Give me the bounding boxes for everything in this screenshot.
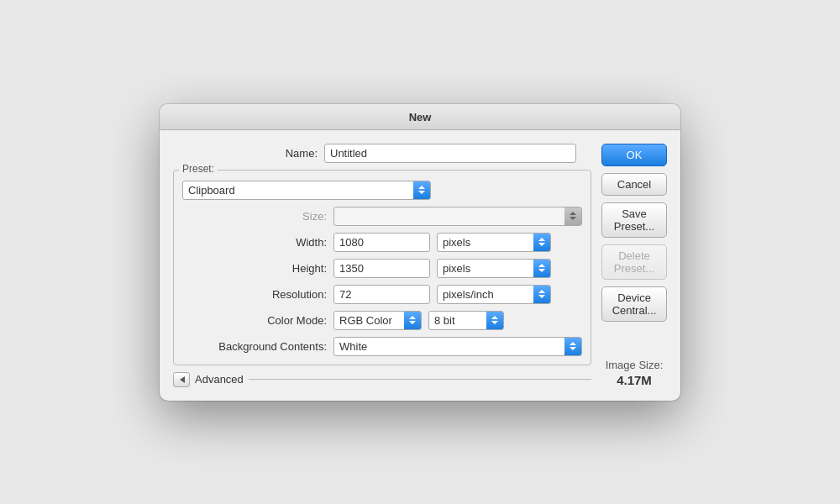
delete-preset-button: Delete Preset... [601, 244, 667, 280]
title-text: New [409, 111, 432, 123]
width-unit-wrapper: pixels inches cm [437, 233, 551, 252]
height-row: Height: pixels inches cm [182, 259, 582, 278]
height-input[interactable] [333, 259, 430, 278]
bgcontents-label: Background Contents: [182, 340, 333, 353]
preset-legend: Preset: [179, 163, 218, 175]
device-central-button[interactable]: Device Central... [601, 286, 667, 322]
resolution-unit-select[interactable]: pixels/inch pixels/cm [437, 285, 551, 304]
preset-group: Preset: Clipboard Default Photoshop Size… [173, 170, 591, 365]
resolution-unit-wrapper: pixels/inch pixels/cm [437, 285, 551, 304]
colormode-label: Color Mode: [182, 314, 333, 327]
width-input[interactable] [333, 233, 430, 252]
name-row: Name: [173, 144, 591, 163]
resolution-input[interactable] [333, 285, 430, 304]
advanced-label: Advanced [195, 373, 244, 386]
size-label: Size: [182, 210, 333, 223]
advanced-row: Advanced [173, 372, 591, 387]
cancel-button[interactable]: Cancel [601, 173, 667, 196]
bit-select-wrapper: 8 bit 16 bit 32 bit [428, 311, 504, 330]
image-size-section: Image Size: 4.17M [601, 352, 667, 387]
colormode-row: Color Mode: RGB Color CMYK Color Graysca… [182, 311, 582, 330]
colormode-select[interactable]: RGB Color CMYK Color Grayscale [333, 311, 422, 330]
width-row: Width: pixels inches cm [182, 233, 582, 252]
colormode-select-wrapper: RGB Color CMYK Color Grayscale [333, 311, 422, 330]
bit-select[interactable]: 8 bit 16 bit 32 bit [428, 311, 504, 330]
resolution-row: Resolution: pixels/inch pixels/cm [182, 285, 582, 304]
bgcontents-select[interactable]: White Background Color Transparent [333, 337, 582, 356]
advanced-toggle-icon [180, 376, 185, 383]
advanced-toggle-button[interactable] [173, 372, 190, 387]
name-label: Name: [173, 147, 324, 160]
height-label: Height: [182, 262, 333, 275]
size-select[interactable] [333, 207, 582, 226]
image-size-value: 4.17M [601, 373, 667, 387]
bgcontents-row: Background Contents: White Background Co… [182, 337, 582, 356]
image-size-label: Image Size: [601, 359, 667, 371]
width-label: Width: [182, 236, 333, 249]
advanced-divider [249, 379, 591, 380]
size-row: Size: [182, 207, 582, 226]
width-unit-select[interactable]: pixels inches cm [437, 233, 551, 252]
bgcontents-select-wrapper: White Background Color Transparent [333, 337, 582, 356]
dialog-right-panel: OK Cancel Save Preset... Delete Preset..… [601, 144, 667, 387]
ok-button[interactable]: OK [601, 144, 667, 166]
size-select-wrapper [333, 207, 582, 226]
right-spacer [601, 328, 667, 345]
resolution-label: Resolution: [182, 288, 333, 301]
preset-select-wrapper: Clipboard Default Photoshop Size US Pape… [182, 181, 431, 200]
height-unit-wrapper: pixels inches cm [437, 259, 551, 278]
height-unit-select[interactable]: pixels inches cm [437, 259, 551, 278]
save-preset-button[interactable]: Save Preset... [601, 202, 667, 238]
dialog-title: New [160, 104, 680, 130]
preset-row: Clipboard Default Photoshop Size US Pape… [182, 181, 582, 200]
preset-select[interactable]: Clipboard Default Photoshop Size US Pape… [182, 181, 431, 200]
new-document-dialog: New Name: Preset: Clipboard Default Phot… [160, 104, 680, 401]
dialog-left-panel: Name: Preset: Clipboard Default Photosho… [173, 144, 591, 387]
name-input[interactable] [324, 144, 576, 163]
